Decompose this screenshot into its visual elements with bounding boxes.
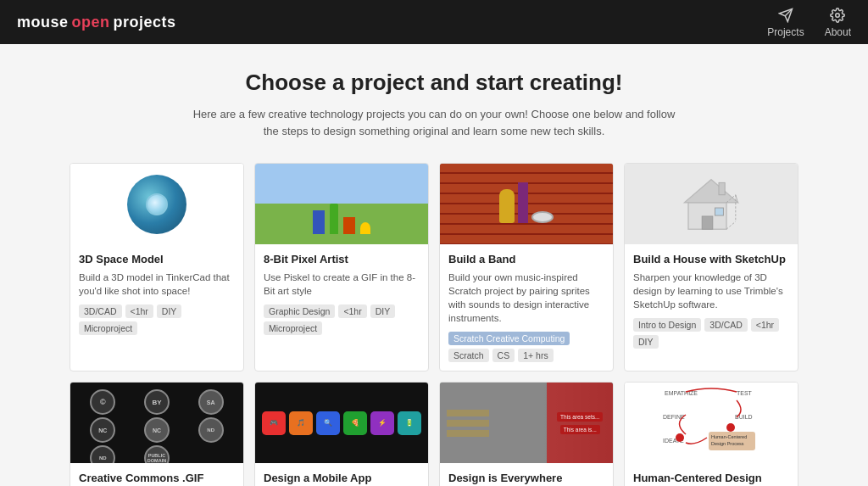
tag: <1hr: [338, 304, 366, 318]
tag: 3D/CAD: [79, 304, 122, 318]
svg-marker-4: [685, 179, 738, 202]
svg-rect-6: [715, 208, 724, 215]
project-card-3d-space-model[interactable]: 3D Space Model Build a 3D model in Tinke…: [70, 163, 244, 371]
svg-text:EMPATHIZE: EMPATHIZE: [665, 390, 698, 396]
svg-point-21: [676, 433, 684, 442]
nav-projects[interactable]: Projects: [767, 6, 804, 38]
send-icon: [776, 6, 795, 25]
app-icon-3: 🔍: [316, 411, 340, 435]
project-image-band: [440, 164, 613, 244]
main-content: Choose a project and start creating! Her…: [53, 44, 815, 486]
tag: DIY: [633, 335, 659, 349]
cc-badge-sa: SA: [198, 389, 224, 415]
tag: DIY: [370, 304, 396, 318]
cc-badge-nd2: ND: [90, 445, 115, 463]
svg-line-10: [726, 221, 736, 229]
project-body: Build a House with SketchUp Sharpen your…: [625, 244, 798, 357]
project-card-hcd[interactable]: EMPATHIZE TEST DEFINE BUILD IDEATE Human…: [624, 382, 798, 486]
logo-mouse: mouse: [17, 14, 69, 31]
3d-illustration: [127, 175, 186, 234]
project-body: Human-Centered Design Discover how profe…: [625, 463, 798, 486]
site-logo[interactable]: mouse open projects: [17, 14, 176, 31]
project-name: Build a House with SketchUp: [633, 253, 789, 265]
cc-badge-nc: NC: [90, 417, 115, 443]
projects-grid: 3D Space Model Build a 3D model in Tinke…: [70, 163, 798, 486]
drum: [531, 211, 554, 223]
svg-point-20: [726, 423, 735, 432]
pixel-block: [330, 204, 338, 234]
tag: Graphic Design: [264, 304, 335, 318]
cc-badge-by2: BY: [144, 389, 170, 415]
project-desc: Use Piskel to create a GIF in the 8-Bit …: [264, 271, 420, 298]
tag: Microproject: [264, 321, 322, 335]
project-image-design: This area sets... This area is...: [440, 383, 613, 463]
project-body: 3D Space Model Build a 3D model in Tinke…: [70, 244, 243, 344]
cc-badge-pd: PUBLIC DOMAIN: [144, 445, 170, 463]
cc-badge-by: ©: [90, 389, 115, 415]
svg-text:Human-Centered: Human-Centered: [711, 434, 747, 439]
svg-point-2: [836, 14, 840, 18]
overlay-text-1: This area sets...: [557, 412, 603, 422]
app-icon-6: 🔋: [398, 411, 421, 435]
logo-open: open: [72, 14, 110, 31]
project-card-build-a-band[interactable]: Build a Band Build your own music-inspir…: [439, 163, 614, 371]
pixel-block: [360, 222, 370, 234]
project-card-cc-gif[interactable]: © BY SA NC NC ND ND PUBLIC DOMAIN Creati…: [70, 382, 244, 486]
nav-about[interactable]: About: [825, 6, 851, 38]
project-tags: 3D/CAD <1hr DIY Microproject: [79, 304, 235, 335]
project-card-8bit[interactable]: 8-Bit Pixel Artist Use Piskel to create …: [254, 163, 429, 371]
design-shelves: [447, 410, 489, 437]
project-tags: Graphic Design <1hr DIY Microproject: [264, 304, 420, 335]
project-tags: Intro to Design 3D/CAD <1hr DIY: [633, 318, 789, 349]
cc-badge-nd: ND: [198, 417, 224, 443]
project-name: Build a Band: [448, 253, 604, 265]
project-name: Creative Commons .GIF Exchange: [79, 472, 235, 486]
project-body: Build a Band Build your own music-inspir…: [440, 244, 613, 371]
band-illustration: [443, 182, 609, 226]
project-card-sketchup[interactable]: Build a House with SketchUp Sharpen your…: [624, 163, 798, 371]
project-name: Human-Centered Design: [633, 472, 789, 484]
red-overlay: This area sets... This area is...: [547, 383, 613, 463]
shelf: [447, 410, 489, 416]
project-image-app: 🎮 🎵 🔍 🍕 ⚡ 🔋: [255, 383, 428, 463]
tag: DIY: [157, 304, 182, 318]
tag-scratch-creative-computing: Scratch Creative Computing: [448, 332, 570, 345]
tag: <1hr: [125, 304, 153, 318]
project-image-cc: © BY SA NC NC ND ND PUBLIC DOMAIN: [70, 383, 243, 463]
svg-rect-7: [719, 182, 725, 194]
project-name: Design a Mobile App: [264, 472, 420, 484]
house-illustration: [673, 170, 749, 238]
project-name: Design is Everywhere: [448, 472, 604, 484]
project-card-mobile-app[interactable]: 🎮 🎵 🔍 🍕 ⚡ 🔋 Design a Mobile App Explore …: [254, 382, 429, 486]
tag: Scratch: [448, 349, 489, 362]
8bit-illustration: [313, 204, 370, 241]
pixel-block: [343, 217, 355, 234]
app-icon-2: 🎵: [289, 411, 313, 435]
overlay-text-2: This area is...: [560, 425, 600, 434]
app-icon-1: 🎮: [262, 411, 286, 435]
project-desc: Build a 3D model in TinkerCad that you'd…: [79, 271, 235, 298]
tag: 1+ hrs: [518, 349, 553, 362]
svg-text:TEST: TEST: [737, 390, 753, 396]
cc-badge-nc2: NC: [144, 417, 170, 443]
hcd-diagram: EMPATHIZE TEST DEFINE BUILD IDEATE Human…: [656, 385, 766, 461]
project-name: 8-Bit Pixel Artist: [264, 253, 420, 265]
tag: Intro to Design: [633, 318, 701, 332]
drum-set: [531, 211, 554, 223]
project-body: Creative Commons .GIF Exchange Make an a…: [70, 463, 243, 486]
project-card-design-everywhere[interactable]: This area sets... This area is... Design…: [439, 382, 614, 486]
project-name: 3D Space Model: [79, 253, 235, 265]
shelf: [447, 420, 489, 427]
project-body: 8-Bit Pixel Artist Use Piskel to create …: [255, 244, 428, 344]
page-title: Choose a project and start creating!: [70, 70, 798, 96]
nav-about-label: About: [825, 26, 851, 38]
pixel-block: [313, 210, 325, 234]
project-desc: Build your own music-inspired Scratch pr…: [448, 271, 604, 325]
project-image-3d: [70, 164, 243, 244]
project-image-hcd: EMPATHIZE TEST DEFINE BUILD IDEATE Human…: [625, 383, 798, 463]
page-subtitle: Here are a few creative technology proje…: [188, 106, 680, 139]
nav-projects-label: Projects: [767, 26, 804, 38]
shelf: [447, 430, 489, 437]
tag: 3D/CAD: [704, 318, 748, 332]
app-icon-5: ⚡: [370, 411, 394, 435]
